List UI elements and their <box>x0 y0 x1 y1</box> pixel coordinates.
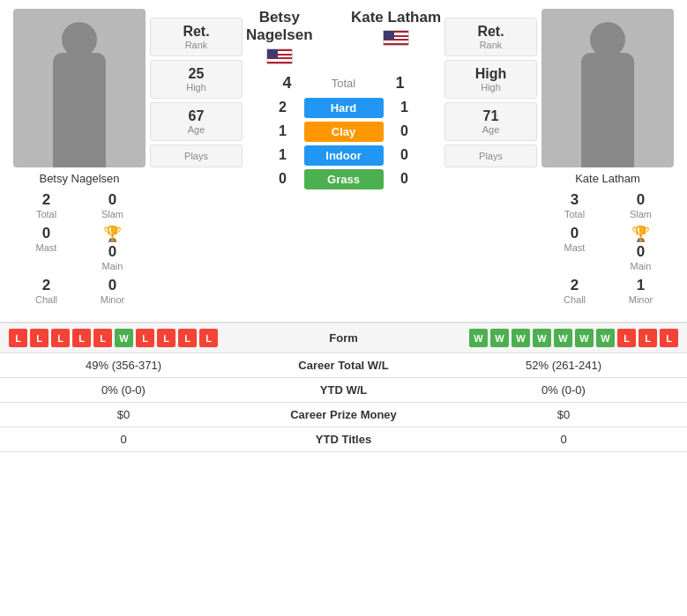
form-badge-l: L <box>9 329 27 347</box>
left-mast-val: 0 <box>13 225 79 242</box>
form-center-label: Form <box>238 331 449 345</box>
prize-right: $0 <box>449 408 678 421</box>
right-high-val: High <box>449 66 533 82</box>
right-rank-val: Ret. <box>449 24 533 40</box>
grass-score-left: 0 <box>271 171 295 187</box>
right-stat-slam: 0 Slam <box>608 189 674 222</box>
indoor-badge: Indoor <box>304 145 384 166</box>
career-wl-right: 52% (261-241) <box>449 359 678 372</box>
form-right-badges: WWWWWWWLLL <box>449 329 678 347</box>
form-badge-l: L <box>617 329 636 347</box>
right-plays-lbl: Plays <box>449 151 533 161</box>
right-age-val: 71 <box>449 108 533 124</box>
left-plays-lbl: Plays <box>154 151 238 161</box>
left-total-lbl: Total <box>13 209 79 219</box>
left-main-lbl: Main <box>79 261 146 271</box>
right-silhouette <box>568 18 647 167</box>
right-stat-total: 3 Total <box>541 189 608 222</box>
left-stat-main: 🏆 0 Main <box>79 222 146 274</box>
right-name-center: Kate Latham <box>351 9 441 67</box>
indoor-line: 1 Indoor 0 <box>271 145 417 166</box>
ytd-wl-left: 0% (0-0) <box>9 383 238 397</box>
right-player-name: Kate Latham <box>575 172 640 185</box>
sil-head-left <box>62 22 97 57</box>
right-player-stats: 3 Total 0 Slam 0 Mast 🏆 0 Main 2 <box>541 189 674 308</box>
clay-line: 1 Clay 0 <box>271 122 417 142</box>
right-flag-container <box>383 30 409 48</box>
ytd-titles-label: YTD Titles <box>238 433 449 446</box>
form-row: LLLLLWLLLL Form WWWWWWWLLL <box>0 323 687 353</box>
left-silhouette <box>40 18 119 167</box>
left-minor-val: 0 <box>79 277 146 294</box>
right-age-box: 71 Age <box>444 102 537 141</box>
ytd-titles-left: 0 <box>9 433 238 446</box>
hard-score-right: 1 <box>392 100 417 115</box>
form-badge-l: L <box>157 329 175 347</box>
left-main-trophy: 🏆 <box>79 225 146 243</box>
left-player-card: Betsy Nagelsen 2 Total 0 Slam 0 Mast 🏆 0 <box>9 9 150 308</box>
left-high-box: 25 High <box>150 60 243 99</box>
main-container: Betsy Nagelsen 2 Total 0 Slam 0 Mast 🏆 0 <box>0 0 687 452</box>
right-rank-box: Ret. Rank <box>444 18 537 56</box>
left-age-lbl: Age <box>154 124 238 135</box>
right-stat-minor: 1 Minor <box>608 274 674 308</box>
left-flag-container <box>266 48 293 67</box>
center-names: BetsyNagelsen Kate Latham <box>246 9 441 67</box>
sil-legs-left <box>53 119 106 167</box>
total-score-right: 1 <box>388 74 413 93</box>
left-high-val: 25 <box>154 66 238 82</box>
right-player-card: Kate Latham 3 Total 0 Slam 0 Mast 🏆 0 M <box>537 9 678 308</box>
career-wl-label: Career Total W/L <box>238 359 449 372</box>
left-player-photo <box>13 9 146 167</box>
form-badge-w: W <box>469 329 488 347</box>
right-main-trophy: 🏆 <box>608 225 674 243</box>
form-badge-l: L <box>178 329 197 347</box>
form-badge-l: L <box>93 329 112 347</box>
form-badge-w: W <box>596 329 615 347</box>
sil-legs-right <box>581 119 634 167</box>
form-badge-l: L <box>30 329 49 347</box>
right-total-lbl: Total <box>541 209 608 219</box>
form-badge-l: L <box>638 329 657 347</box>
total-score-left: 4 <box>275 74 300 93</box>
left-chall-val: 2 <box>13 277 79 294</box>
right-rank-lbl: Rank <box>449 40 533 50</box>
form-badge-w: W <box>115 329 133 347</box>
right-chall-val: 2 <box>541 277 608 294</box>
form-badge-w: W <box>512 329 530 347</box>
left-age-val: 67 <box>154 108 238 124</box>
left-rank-val: Ret. <box>154 24 238 40</box>
sil-body-right <box>581 53 634 123</box>
form-badge-w: W <box>490 329 509 347</box>
right-stat-chall: 2 Chall <box>541 274 608 308</box>
indoor-score-right: 0 <box>392 147 417 163</box>
left-rank-lbl: Rank <box>154 40 238 50</box>
form-badge-l: L <box>199 329 218 347</box>
left-player-stats: 2 Total 0 Slam 0 Mast 🏆 0 Main 2 <box>13 189 146 308</box>
clay-badge: Clay <box>304 122 384 142</box>
left-minor-lbl: Minor <box>79 294 146 305</box>
left-mast-lbl: Mast <box>13 242 79 253</box>
prize-left: $0 <box>9 408 238 421</box>
left-info-col: Ret. Rank 25 High 67 Age Plays <box>150 9 243 308</box>
left-cn-name: BetsyNagelsen <box>246 9 313 45</box>
left-slam-lbl: Slam <box>79 209 146 219</box>
right-total-val: 3 <box>541 191 608 209</box>
sil-head-right <box>590 22 625 57</box>
left-name-center: BetsyNagelsen <box>246 9 313 67</box>
grass-line: 0 Grass 0 <box>271 169 417 189</box>
right-minor-val: 1 <box>608 277 674 294</box>
prize-row: $0 Career Prize Money $0 <box>0 403 687 427</box>
career-wl-left: 49% (356-371) <box>9 359 238 372</box>
form-badge-w: W <box>533 329 551 347</box>
right-cn-name: Kate Latham <box>351 9 441 26</box>
left-player-name: Betsy Nagelsen <box>39 172 119 185</box>
left-total-val: 2 <box>13 191 79 209</box>
left-stat-mast: 0 Mast <box>13 222 79 274</box>
ytd-wl-label: YTD W/L <box>238 383 449 397</box>
indoor-score-left: 1 <box>271 147 295 163</box>
left-stat-chall: 2 Chall <box>13 274 79 308</box>
form-badge-l: L <box>72 329 91 347</box>
right-chall-lbl: Chall <box>541 294 608 305</box>
center-col: BetsyNagelsen Kate Latham 4 Total 1 <box>243 9 444 308</box>
